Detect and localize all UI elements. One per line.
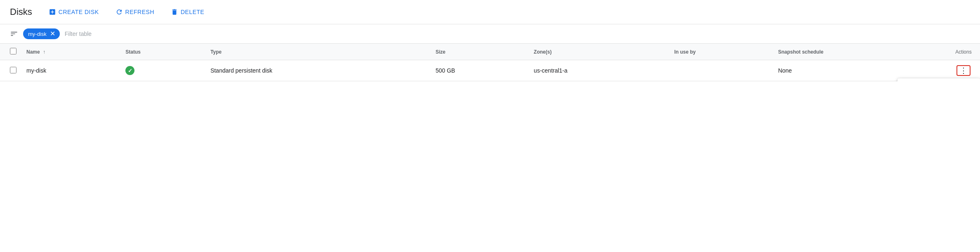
disk-size-cell: 500 GB [429,60,527,81]
disk-status-cell: ✓ [119,60,204,81]
table-wrapper: Name ↑ Status Type Size Zone(s) In use b… [0,44,980,81]
in-use-by-column-header: In use by [668,44,772,60]
row-actions-button[interactable]: ⋮ [956,65,971,76]
status-ok-icon: ✓ [125,66,134,75]
select-all-header [0,44,20,60]
disk-zones-cell: us-central1-a [527,60,668,81]
actions-column-header: Actions [947,44,980,60]
name-column-header[interactable]: Name ↑ [20,44,119,60]
refresh-button[interactable]: REFRESH [109,5,161,19]
type-column-header: Type [204,44,429,60]
disk-snapshot-cell: None [771,60,947,81]
create-disk-button[interactable]: CREATE DISK [42,5,106,19]
filter-row: my-disk ✕ Filter table [0,24,980,44]
disks-table: Name ↑ Status Type Size Zone(s) In use b… [0,44,980,81]
disk-zones: us-central1-a [534,67,568,74]
filter-chip: my-disk ✕ [23,28,60,39]
table-row: my-disk ✓ Standard persistent disk 500 G… [0,60,980,81]
refresh-icon [115,8,123,16]
disk-size: 500 GB [436,67,455,74]
select-all-checkbox[interactable] [10,48,16,54]
disk-type: Standard persistent disk [210,67,272,74]
filter-chip-close-button[interactable]: ✕ [49,30,57,38]
size-column-header: Size [429,44,527,60]
delete-button[interactable]: DELETE [164,5,211,19]
filter-menu-button[interactable] [10,30,18,38]
disk-in-use-cell [668,60,772,81]
snapshot-schedule-column-header: Snapshot schedule [771,44,947,60]
sort-arrow-icon: ↑ [43,49,45,55]
actions-dropdown-menu: Create instance Create snapshot [898,78,980,81]
row-checkbox[interactable] [10,67,16,73]
zones-column-header: Zone(s) [527,44,668,60]
disk-snapshot: None [778,67,792,74]
toolbar: Disks CREATE DISK REFRESH DELETE [0,0,980,24]
disk-name: my-disk [26,67,46,74]
disk-name-cell: my-disk [20,60,119,81]
filter-placeholder: Filter table [65,31,92,37]
delete-icon [171,8,178,16]
status-column-header: Status [119,44,204,60]
disk-type-cell: Standard persistent disk [204,60,429,81]
create-disk-icon [49,8,56,16]
filter-chip-label: my-disk [28,31,47,37]
actions-cell: ⋮ Create instance [947,60,980,81]
row-checkbox-cell [0,60,20,81]
page-title: Disks [10,7,32,17]
